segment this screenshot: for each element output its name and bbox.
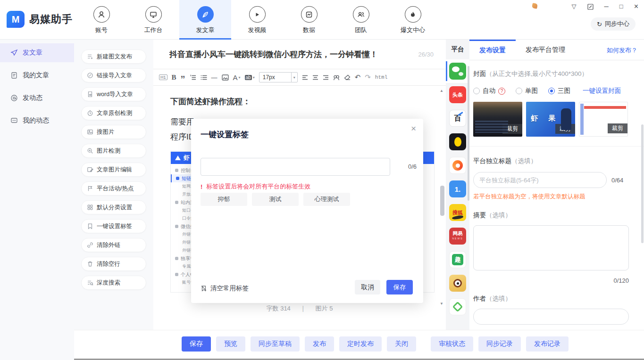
cancel-button[interactable]: 取消 [355,280,380,295]
nav-data[interactable]: 数据 [283,0,335,40]
cover-option-three[interactable]: 三图 [548,87,570,95]
sidebar-item-my-articles[interactable]: 我的文章 [0,66,74,85]
article-title-input[interactable]: 抖音直播小风车一键跳转到微信小程序方法，一分钟看懂！ [169,49,418,60]
platform-sohu[interactable]: 搜狐 [446,201,469,224]
tool-new-article[interactable]: 新建图文发布 [81,49,146,64]
crop-button[interactable]: 裁剪 [608,123,627,133]
tool-image-check[interactable]: 图片检测 [81,144,146,158]
tool-article-image-edit[interactable]: 文章图片编辑 [81,163,146,177]
platform-title-input[interactable] [473,172,607,188]
bold-button[interactable]: B [172,74,176,82]
menu-dropdown-icon[interactable]: ▽ [572,3,577,10]
heading-button[interactable]: H1 [159,74,167,80]
undo-button[interactable]: ↶ [355,73,361,82]
platform-other[interactable] [446,295,469,319]
review-status-button[interactable]: 审核状态 [431,336,473,352]
tag-option[interactable]: 心理测试 [303,193,350,206]
platform-qutoutiao[interactable]: 趣 [446,248,469,271]
cover-thumb-1[interactable]: 裁剪 [473,102,522,137]
tool-search-image[interactable]: 搜图片 [81,125,146,139]
tool-default-category[interactable]: 默认分类设置 [81,200,146,214]
scheduled-publish-button[interactable]: 定时发布 [339,336,382,352]
platform-qiehao[interactable] [446,130,469,154]
one-key-cover-link[interactable]: 一键设置封面 [583,87,621,95]
redo-button[interactable]: ↷ [365,73,371,82]
sync-draft-button[interactable]: 同步至草稿 [251,336,300,352]
insert-image-button[interactable] [222,74,229,81]
ordered-list-button[interactable] [190,74,196,81]
summary-textarea[interactable] [473,225,629,270]
tool-one-key-tags[interactable]: 一键设置标签 [81,219,146,233]
tab-publish-settings[interactable]: 发布设置 [469,40,516,60]
radio-single[interactable] [516,88,522,94]
nav-publish-video[interactable]: 发视频 [231,0,283,40]
nav-workbench[interactable]: 工作台 [127,0,179,40]
crop-button[interactable]: 裁剪 [555,124,575,134]
platform-toutiao[interactable]: 头条 [446,83,469,106]
publish-records-button[interactable]: 发布记录 [526,336,569,352]
dialog-close-icon[interactable]: × [411,123,416,134]
tag-option[interactable]: 测试 [252,193,299,206]
sidebar-item-my-moments[interactable]: 我的动态 [0,111,74,130]
align-center-button[interactable] [312,75,318,80]
feedback-icon[interactable] [587,4,594,10]
publish-button[interactable]: 发布 [305,336,334,352]
tool-originality-check[interactable]: 文章原创检测 [81,106,146,120]
scroll-up-arrow[interactable]: ▲ [440,89,443,93]
platform-weibo[interactable] [446,271,469,295]
platform-wechat[interactable] [446,59,469,83]
cover-option-single[interactable]: 单图 [516,87,538,95]
maximize-icon[interactable]: □ [619,3,623,10]
radio-auto[interactable] [473,88,480,94]
nav-hot-center[interactable]: 爆文中心 [387,0,439,40]
nav-team[interactable]: 团队 [335,0,387,40]
tag-option[interactable]: 抑郁 [201,193,247,206]
crop-button[interactable]: 裁剪 [502,124,522,134]
scroll-down-arrow[interactable]: ▼ [440,302,443,306]
platform-dayu[interactable] [446,154,469,177]
sidebar-item-publish-moment[interactable]: 发动态 [0,89,74,107]
settings-scrollbar[interactable] [641,124,644,243]
platform-yidian[interactable]: 1. [446,177,469,201]
align-left-button[interactable] [302,75,308,80]
cover-option-auto[interactable]: 自动? [473,87,505,95]
platform-baijiahao[interactable]: 百 [446,106,469,130]
help-question-icon[interactable]: ? [498,88,505,95]
font-size-select[interactable]: 17px▾ [259,72,298,82]
font-color-button[interactable]: A▾ [233,74,241,82]
tool-deep-search[interactable]: 深度搜索 [81,276,146,290]
tool-clear-external-links[interactable]: 清除外链 [81,238,146,252]
tag-input[interactable] [201,158,390,176]
preview-button[interactable]: 预览 [216,336,245,352]
tool-word-import[interactable]: word导入文章 [81,87,146,101]
sidebar-item-publish-article[interactable]: 发文章 [0,43,74,62]
tool-platform-activity[interactable]: 平台活动/热点 [81,181,146,196]
author-input[interactable] [473,309,629,325]
save-button[interactable]: 保存 [386,280,413,295]
cover-thumb-2[interactable]: 虾 果裁剪 [526,102,575,137]
highlight-button[interactable]: ab▾ [245,75,255,80]
minimize-icon[interactable]: ─ [604,3,609,10]
nav-account[interactable]: 账号 [75,0,127,40]
platform-netease[interactable]: 网易NEWS [446,224,469,248]
editor-scrollbar[interactable] [440,186,444,216]
nav-publish-article[interactable]: 发文章 [179,0,231,40]
close-button[interactable]: 关闭 [387,336,416,352]
sync-center-button[interactable]: ↻ 同步中心 [591,17,636,31]
unordered-list-button[interactable] [201,74,207,81]
eraser-icon[interactable] [344,74,351,80]
how-to-publish-link[interactable]: 如何发布？ [607,46,637,55]
tab-platform-manage[interactable]: 发布平台管理 [516,40,575,60]
find-replace-icon[interactable] [333,74,340,81]
sync-records-button[interactable]: 同步记录 [478,336,521,352]
save-article-button[interactable]: 保存 [182,336,211,352]
close-icon[interactable]: × [634,3,638,10]
tool-link-import[interactable]: 链接导入文章 [81,68,146,82]
blockquote-button[interactable]: ” [181,77,185,82]
cover-thumb-3[interactable]: 裁剪 [579,102,628,137]
tool-clear-empty-lines[interactable]: 清除空行 [81,257,146,271]
horizontal-rule-button[interactable]: — [211,74,217,81]
html-source-button[interactable]: html [375,74,387,80]
align-right-button[interactable] [323,75,329,80]
radio-three-selected[interactable] [548,88,555,94]
